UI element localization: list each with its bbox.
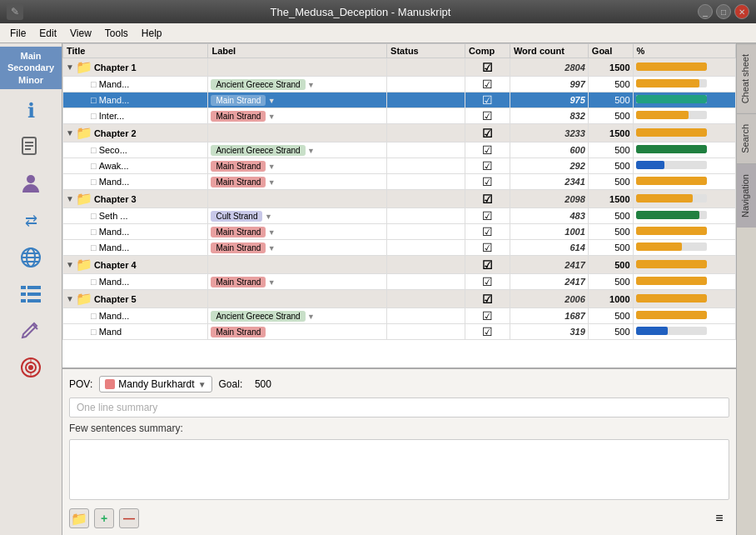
titlebar: ✎ The_Medusa_Deception - Manuskript _ □ …	[0, 0, 756, 23]
list-icon[interactable]	[16, 279, 46, 309]
window-title: The_Medusa_Deception - Manuskript	[23, 6, 698, 18]
sidebar-icons: ℹ ⇄	[16, 89, 46, 389]
content-area: Title Label Status Comp Word count Goal …	[62, 43, 736, 535]
table-row[interactable]: ▼ 📁 Chapter 5☑20061000	[63, 290, 736, 308]
table-row[interactable]: □ Seth ...Cult Strand ▼☑483500	[63, 208, 736, 224]
table-row[interactable]: □ Mand...Ancient Greece Strand ▼☑1687500	[63, 308, 736, 324]
svg-rect-10	[21, 286, 26, 289]
outline-table: Title Label Status Comp Word count Goal …	[62, 43, 736, 340]
pov-dropdown-arrow: ▼	[198, 380, 206, 389]
svg-rect-14	[21, 299, 26, 302]
minimize-button[interactable]: _	[698, 4, 713, 19]
edit-icon[interactable]	[16, 316, 46, 346]
col-status: Status	[387, 44, 465, 58]
table-row[interactable]: □ Mand...Main Strand ▼☑2417500	[63, 274, 736, 290]
table-row[interactable]: □ Mand...Main Strand ▼☑975500	[63, 92, 736, 108]
table-row[interactable]: ▼ 📁 Chapter 1☑28041500	[63, 58, 736, 77]
window-controls: _ □ ✕	[698, 4, 749, 19]
table-row[interactable]: □ Mand...Main Strand ▼☑614500	[63, 240, 736, 256]
svg-point-4	[27, 175, 35, 183]
col-wordcount: Word count	[510, 44, 588, 58]
main-layout: Main Secondary Minor ℹ ⇄	[0, 43, 756, 535]
table-row[interactable]: □ Mand...Ancient Greece Strand ▼☑997500	[63, 77, 736, 92]
globe-icon[interactable]	[16, 242, 46, 272]
svg-rect-13	[27, 292, 41, 296]
table-area: Title Label Status Comp Word count Goal …	[62, 43, 736, 368]
col-goal: Goal	[588, 44, 633, 58]
svg-rect-15	[27, 299, 41, 302]
menu-file[interactable]: File	[3, 26, 32, 41]
menu-tools[interactable]: Tools	[98, 26, 135, 41]
app-logo: ✎	[7, 3, 23, 20]
left-sidebar: Main Secondary Minor ℹ ⇄	[0, 43, 62, 535]
menu-edit[interactable]: Edit	[32, 26, 63, 41]
folder-button[interactable]: 📁	[69, 508, 89, 528]
add-button[interactable]: +	[94, 508, 114, 528]
tab-search[interactable]: Search	[737, 113, 756, 163]
close-button[interactable]: ✕	[734, 4, 749, 19]
goal-value: 500	[255, 378, 271, 390]
table-scroll[interactable]: Title Label Status Comp Word count Goal …	[62, 43, 736, 368]
bottom-toolbar: 📁 + — ≡	[69, 505, 729, 528]
bottom-panel: POV: Mandy Burkhardt ▼ Goal: 500 One lin…	[62, 368, 736, 535]
svg-rect-12	[21, 292, 26, 296]
right-panel: Cheat sheet Search Navigation	[736, 43, 756, 535]
goal-label: Goal:	[219, 378, 248, 390]
svg-point-19	[29, 366, 32, 369]
tab-cheatsheet[interactable]: Cheat sheet	[737, 43, 756, 113]
character-icon[interactable]	[16, 169, 46, 199]
table-header: Title Label Status Comp Word count Goal …	[63, 44, 736, 58]
col-label: Label	[208, 44, 387, 58]
col-title: Title	[63, 44, 208, 58]
col-percent: %	[633, 44, 735, 58]
table-row[interactable]: □ Inter...Main Strand ▼☑832500	[63, 108, 736, 124]
sidebar-labels: Main Secondary Minor	[0, 47, 62, 89]
pov-color-swatch	[105, 379, 115, 389]
menubar: File Edit View Tools Help	[0, 23, 756, 43]
document-icon[interactable]	[16, 132, 46, 162]
maximize-button[interactable]: □	[716, 4, 731, 19]
table-row[interactable]: ▼ 📁 Chapter 3☑20981500	[63, 190, 736, 208]
pov-value: Mandy Burkhardt	[118, 378, 194, 390]
menu-view[interactable]: View	[63, 26, 98, 41]
pov-label: POV:	[69, 378, 92, 390]
one-line-summary[interactable]: One line summary	[69, 398, 729, 418]
info-icon[interactable]: ℹ	[16, 96, 46, 126]
tab-navigation[interactable]: Navigation	[737, 163, 756, 228]
pov-selector[interactable]: Mandy Burkhardt ▼	[99, 376, 211, 392]
table-row[interactable]: □ Mand...Main Strand ▼☑1001500	[63, 224, 736, 240]
summary-placeholder: One line summary	[77, 402, 157, 413]
table-menu-icon[interactable]: ≡	[709, 508, 729, 528]
table-row[interactable]: □ Seco...Ancient Greece Strand ▼☑600500	[63, 142, 736, 158]
target-icon[interactable]	[16, 352, 46, 382]
menu-help[interactable]: Help	[135, 26, 169, 41]
few-sentences-label: Few sentences summary:	[69, 422, 729, 434]
shuffle-icon[interactable]: ⇄	[16, 206, 46, 236]
table-row[interactable]: ▼ 📁 Chapter 2☑32331500	[63, 124, 736, 142]
remove-button[interactable]: —	[119, 508, 139, 528]
table-row[interactable]: □ Awak...Main Strand ▼☑292500	[63, 158, 736, 174]
sidebar-top: Main Secondary Minor	[0, 47, 62, 89]
table-row[interactable]: ▼ 📁 Chapter 4☑2417500	[63, 256, 736, 274]
table-row[interactable]: □ MandMain Strand☑319500	[63, 324, 736, 340]
few-sentences-textarea[interactable]	[69, 439, 729, 500]
pov-row: POV: Mandy Burkhardt ▼ Goal: 500	[69, 376, 729, 392]
table-row[interactable]: □ Mand...Main Strand ▼☑2341500	[63, 174, 736, 190]
svg-rect-11	[27, 286, 41, 289]
col-comp: Comp	[465, 44, 510, 58]
